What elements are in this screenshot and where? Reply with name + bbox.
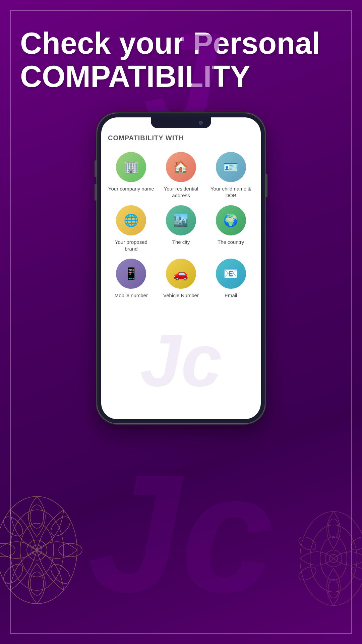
bg-letter-bottom: Jc: [88, 449, 274, 617]
label-company-name: Your company name: [108, 185, 154, 192]
svg-point-11: [0, 543, 15, 557]
power-button: [265, 174, 267, 197]
label-proposed-brand: Your proposed brand: [108, 239, 155, 252]
icon-vehicle-number: 🚗: [166, 259, 196, 289]
grid-item-mobile-number[interactable]: 📱Mobile number: [108, 259, 155, 299]
svg-point-9: [30, 572, 44, 595]
section-label: COMPATIBILITY WITH: [108, 134, 254, 142]
grid-item-child-name-dob[interactable]: 🪪Your child name & DOB: [207, 152, 254, 199]
icon-company-name: 🏢: [116, 152, 146, 182]
svg-point-18: [328, 519, 339, 538]
grid-item-proposed-brand[interactable]: 🌐Your proposed brand: [108, 205, 155, 252]
svg-point-19: [349, 534, 362, 553]
phone-screen: COMPATIBILITY WITH 🏢Your company name🏠Yo…: [101, 117, 261, 419]
grid-item-city[interactable]: 🏙️The city: [158, 205, 204, 252]
icon-child-name-dob: 🪪: [216, 152, 246, 182]
volume-up-button: [95, 160, 97, 177]
label-vehicle-number: Vehicle Number: [163, 292, 199, 299]
grid-item-company-name[interactable]: 🏢Your company name: [108, 152, 155, 199]
icon-email: 📧: [216, 259, 246, 289]
icon-city: 🏙️: [166, 205, 196, 235]
label-city: The city: [172, 239, 190, 246]
svg-point-22: [297, 564, 318, 583]
label-child-name-dob: Your child name & DOB: [207, 185, 254, 199]
volume-down-button: [95, 184, 97, 201]
svg-point-12: [0, 513, 26, 539]
grid-item-vehicle-number[interactable]: 🚗Vehicle Number: [158, 259, 204, 299]
watermark-text: Jc: [140, 318, 222, 403]
svg-point-10: [0, 561, 26, 587]
icon-country: 🌍: [216, 205, 246, 235]
svg-point-0: [0, 496, 77, 604]
grid-item-country[interactable]: 🌍The country: [207, 205, 254, 252]
label-mobile-number: Mobile number: [115, 292, 148, 299]
svg-point-21: [328, 579, 339, 598]
label-country: The country: [218, 239, 244, 246]
phone-mockup: COMPATIBILITY WITH 🏢Your company name🏠Yo…: [97, 113, 265, 423]
content-wrapper: J Jc: [0, 0, 362, 644]
svg-point-5: [30, 505, 44, 528]
icon-proposed-brand: 🌐: [116, 205, 146, 235]
icon-mobile-number: 📱: [116, 259, 146, 289]
screen-content: COMPATIBILITY WITH 🏢Your company name🏠Yo…: [101, 117, 261, 309]
mandala-left-decoration: [0, 483, 87, 617]
icon-residential-address: 🏠: [166, 152, 196, 182]
phone-notch: [151, 117, 211, 128]
phone-frame: COMPATIBILITY WITH 🏢Your company name🏠Yo…: [97, 113, 265, 423]
grid-item-email[interactable]: 📧Email: [207, 259, 254, 299]
svg-point-20: [349, 564, 362, 583]
grid-item-residential-address[interactable]: 🏠Your residential address: [158, 152, 204, 199]
front-camera: [199, 121, 203, 125]
label-email: Email: [225, 292, 237, 299]
svg-point-23: [297, 534, 318, 553]
phone-watermark: Jc: [101, 302, 261, 419]
mandala-right-decoration: [292, 500, 362, 617]
label-residential-address: Your residential address: [158, 185, 204, 199]
compatibility-grid: 🏢Your company name🏠Your residential addr…: [108, 152, 254, 299]
svg-point-13: [300, 512, 362, 605]
svg-point-6: [48, 513, 74, 539]
svg-point-8: [48, 561, 74, 587]
